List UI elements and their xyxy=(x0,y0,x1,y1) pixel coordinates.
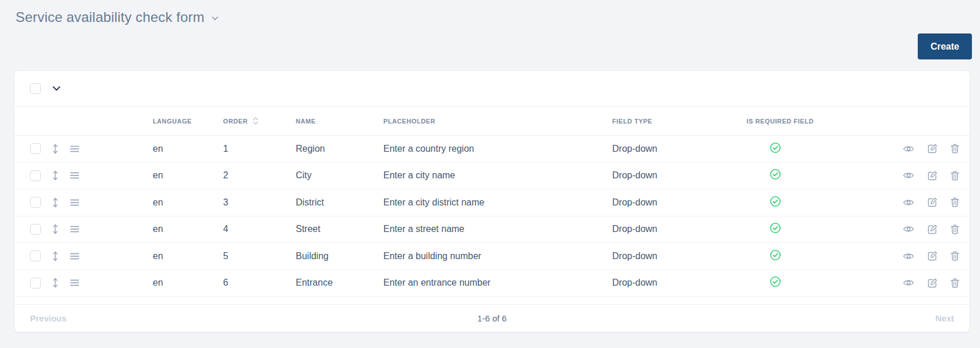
cell-name: Building xyxy=(296,251,383,261)
cell-field-type: Drop-down xyxy=(612,278,747,288)
row-controls xyxy=(14,223,153,235)
row-controls xyxy=(14,143,153,155)
cell-name: District xyxy=(296,197,383,208)
edit-icon[interactable] xyxy=(928,251,937,261)
cell-placeholder: Enter an entrance number xyxy=(383,278,612,288)
cell-is-required xyxy=(747,169,891,182)
create-button[interactable]: Create xyxy=(918,33,972,59)
view-icon[interactable] xyxy=(903,199,914,207)
required-check-icon xyxy=(770,196,781,209)
row-menu-icon[interactable] xyxy=(70,252,80,260)
bulk-actions-chevron-icon[interactable] xyxy=(50,84,63,93)
table-row: en 1 Region Enter a country region Drop-… xyxy=(14,136,970,163)
cell-name: City xyxy=(296,170,383,181)
page-title: Service availability check form xyxy=(16,9,205,25)
next-button[interactable]: Next xyxy=(935,313,954,323)
cell-placeholder: Enter a building number xyxy=(383,251,612,261)
table-row: en 5 Building Enter a building number Dr… xyxy=(14,243,970,270)
row-menu-icon[interactable] xyxy=(70,199,80,207)
row-actions xyxy=(891,144,970,154)
view-icon[interactable] xyxy=(903,171,914,179)
edit-icon[interactable] xyxy=(928,197,937,207)
row-checkbox[interactable] xyxy=(30,143,41,154)
row-actions xyxy=(891,224,970,234)
page-header: Service availability check form xyxy=(0,0,980,28)
delete-icon[interactable] xyxy=(951,171,959,181)
table-row: en 2 City Enter a city name Drop-down xyxy=(14,163,970,190)
row-checkbox[interactable] xyxy=(30,250,41,261)
sort-icon[interactable] xyxy=(252,116,259,126)
delete-icon[interactable] xyxy=(951,197,959,207)
row-checkbox[interactable] xyxy=(30,224,41,235)
cell-language: en xyxy=(153,278,223,288)
drag-vertical-icon[interactable] xyxy=(52,250,59,262)
row-menu-icon[interactable] xyxy=(70,145,80,153)
header-is-required: IS REQUIRED FIELD xyxy=(747,118,891,125)
required-check-icon xyxy=(770,249,781,263)
edit-icon[interactable] xyxy=(928,144,937,154)
cell-order: 4 xyxy=(223,224,296,234)
row-checkbox[interactable] xyxy=(30,197,41,208)
drag-vertical-icon[interactable] xyxy=(52,197,59,208)
edit-icon[interactable] xyxy=(928,278,937,288)
drag-vertical-icon[interactable] xyxy=(52,277,59,289)
row-checkbox[interactable] xyxy=(30,170,41,181)
drag-vertical-icon[interactable] xyxy=(52,170,59,181)
cell-placeholder: Enter a city name xyxy=(383,170,612,181)
cell-field-type: Drop-down xyxy=(612,144,747,154)
delete-icon[interactable] xyxy=(951,278,959,288)
cell-language: en xyxy=(153,170,223,181)
cell-language: en xyxy=(153,197,223,208)
cell-is-required xyxy=(747,142,891,156)
row-controls xyxy=(14,250,153,262)
cell-is-required xyxy=(747,196,891,209)
row-controls xyxy=(14,277,153,289)
cell-order: 1 xyxy=(223,144,296,154)
pagination-range: 1-6 of 6 xyxy=(477,313,507,323)
edit-icon[interactable] xyxy=(928,171,937,181)
row-actions xyxy=(891,251,970,261)
required-check-icon xyxy=(770,169,781,182)
cell-order: 5 xyxy=(223,251,296,261)
table-row: en 6 Entrance Enter an entrance number D… xyxy=(14,270,970,297)
row-actions xyxy=(891,171,970,181)
table-row: en 3 District Enter a city district name… xyxy=(14,189,970,216)
cell-field-type: Drop-down xyxy=(612,170,747,181)
cell-placeholder: Enter a street name xyxy=(383,224,612,234)
header-order-label: ORDER xyxy=(223,118,248,125)
cell-order: 3 xyxy=(223,197,296,208)
table-header-row: LANGUAGE ORDER NAME PLACEHOLDER FIELD TY… xyxy=(14,107,970,136)
view-icon[interactable] xyxy=(903,145,914,153)
view-icon[interactable] xyxy=(903,225,914,233)
cell-name: Region xyxy=(296,144,383,154)
delete-icon[interactable] xyxy=(951,144,959,154)
header-field-type: FIELD TYPE xyxy=(612,118,747,125)
view-icon[interactable] xyxy=(903,279,914,287)
cell-placeholder: Enter a city district name xyxy=(383,197,612,208)
view-icon[interactable] xyxy=(903,252,914,260)
select-all-checkbox[interactable] xyxy=(30,83,41,94)
page: Service availability check form Create L… xyxy=(0,0,980,348)
page-title-dropdown[interactable]: Service availability check form xyxy=(16,9,218,25)
header-order: ORDER xyxy=(223,116,296,126)
table-row: en 4 Street Enter a street name Drop-dow… xyxy=(14,216,970,244)
row-actions xyxy=(891,197,970,207)
row-checkbox[interactable] xyxy=(30,278,41,289)
drag-vertical-icon[interactable] xyxy=(52,143,59,155)
edit-icon[interactable] xyxy=(928,224,937,234)
drag-vertical-icon[interactable] xyxy=(52,223,59,235)
row-menu-icon[interactable] xyxy=(70,171,80,179)
cell-language: en xyxy=(153,224,223,234)
pagination-bar: Previous 1-6 of 6 Next xyxy=(14,304,970,332)
row-menu-icon[interactable] xyxy=(70,225,80,233)
cell-field-type: Drop-down xyxy=(612,224,747,234)
toolbar: Create xyxy=(0,28,980,63)
row-menu-icon[interactable] xyxy=(70,279,80,287)
row-controls xyxy=(14,197,153,208)
cell-order: 6 xyxy=(223,278,296,288)
delete-icon[interactable] xyxy=(951,251,959,261)
bulk-select-bar xyxy=(14,71,970,107)
delete-icon[interactable] xyxy=(951,224,959,234)
previous-button[interactable]: Previous xyxy=(30,313,66,323)
cell-is-required xyxy=(747,249,891,263)
